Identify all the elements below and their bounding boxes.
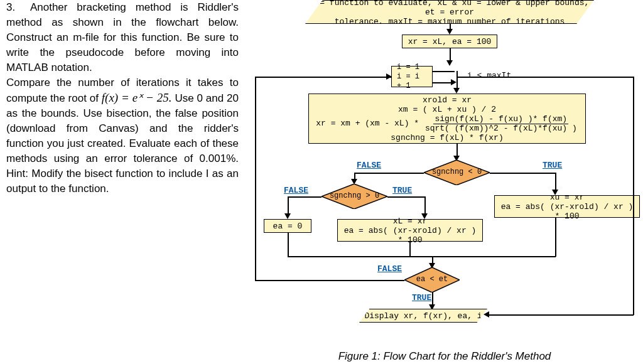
io-input-text: f = function to evaluate, xL & xu = lowe…: [310, 0, 590, 26]
io-output-text: Display xr, f(xr), ea, i: [364, 311, 482, 321]
dec2-true-label: TRUE: [392, 186, 412, 195]
proc-l3: xr = xm + (xm - xL) * sign(f(xL) - f(xu)…: [316, 114, 578, 133]
i-init: i = 1: [397, 63, 419, 72]
dec2-text: sgnchng > 0: [322, 191, 387, 200]
dec3-text: ea < et: [404, 275, 460, 284]
figure-caption: Figure 1: Flow Chart for the Riddler's M…: [246, 350, 643, 363]
loop-counter-box: i = 1 i = i + 1: [391, 66, 433, 87]
question-number: 3.: [6, 0, 21, 15]
i-inc: i = i + 1: [397, 72, 427, 91]
init-box: xr = xL, ea = 100: [402, 35, 497, 48]
io-input: f = function to evaluate, xL & xu = lowe…: [305, 0, 594, 24]
paragraph-1: Another bracketing method is Riddler's m…: [6, 1, 239, 73]
init-text: xr = xL, ea = 100: [408, 37, 492, 46]
xl-branch-box: xL = xr ea = abs( (xr-xrold) / xr ) * 10…: [337, 219, 483, 242]
xl-l1: xL = xr: [393, 217, 428, 226]
equation-fx: f(x) = eˣ − 25.: [102, 91, 172, 104]
decision-ea-lt-et: ea < et: [404, 267, 460, 292]
process-box: xrold = xr xm = ( xL + xu ) / 2 xr = xm …: [308, 94, 586, 144]
dec1-text: sgnchng < 0: [424, 168, 490, 176]
proc-frac-bot: sqrt( (f(xm))^2 - f(xL)*f(xu) ): [424, 124, 578, 133]
proc-l3a: xr = xm + (xm - xL) *: [316, 119, 424, 128]
xu-l2: ea = abs( (xr-xrold) / xr ) * 100: [499, 202, 635, 221]
ea0-box: ea = 0: [264, 219, 311, 233]
dec2-false-label: FALSE: [284, 186, 308, 195]
flowchart: f = function to evaluate, xL & xu = lowe…: [246, 0, 643, 364]
dec3-false-label: FALSE: [377, 264, 402, 274]
proc-l1: xrold = xr: [423, 95, 472, 105]
proc-frac-top: sign(f(xL) - f(xu) )* f(xm): [433, 114, 568, 124]
dec1-true-label: TRUE: [543, 161, 562, 170]
proc-l2: xm = ( xL + xu ) / 2: [398, 105, 496, 114]
dec3-true-label: TRUE: [412, 293, 431, 302]
xu-l1: xu = xr: [550, 193, 585, 202]
xu-branch-box: xu = xr ea = abs( (xr-xrold) / xr ) * 10…: [494, 195, 640, 218]
io-output: Display xr, f(xr), ea, i: [359, 309, 487, 323]
ea0-text: ea = 0: [273, 222, 303, 231]
loop-cond-label: i ≤ maxIt: [467, 71, 511, 80]
paragraph-2b: Use 0 and 20 as the bounds. Use bisectio…: [6, 92, 239, 195]
decision-sgnchng-gt0: sgnchng > 0: [322, 184, 387, 209]
dec1-false-label: FALSE: [357, 161, 381, 170]
proc-l4: sgnchng = f(xL) * f(xr): [391, 133, 503, 142]
question-text: 3. Another bracketing method is Riddler'…: [6, 0, 239, 196]
decision-sgnchng-lt0: sgnchng < 0: [424, 160, 490, 185]
